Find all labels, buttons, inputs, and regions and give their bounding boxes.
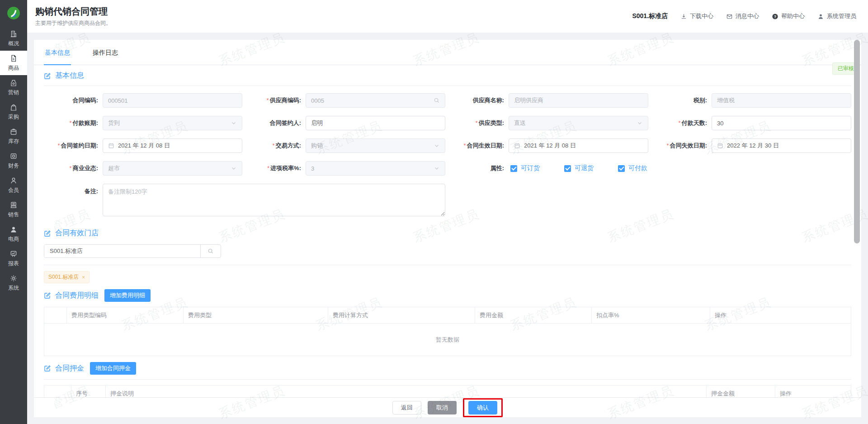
field-contract-code: 合同编码:: [44, 93, 242, 108]
checkbox-checked-icon: [510, 165, 517, 172]
main-area: 购销代销合同管理 主要用于维护供应商商品合同。 S001.标准店 下载中心 消息…: [27, 0, 868, 424]
supplier-name-input[interactable]: [509, 93, 648, 108]
sidebar-item-sales[interactable]: 销售: [0, 197, 27, 222]
sidebar-item-label: 电商: [8, 235, 19, 243]
checkbox-returnable[interactable]: 可退货: [564, 164, 594, 172]
person-solid-icon: [9, 225, 18, 233]
sidebar-item-finance[interactable]: 财务: [0, 148, 27, 173]
checkbox-payable[interactable]: 可付款: [618, 164, 647, 172]
sidebar-item-label: 会员: [8, 186, 19, 194]
cancel-button[interactable]: 取消: [428, 401, 457, 414]
sidebar-item-label: 财务: [8, 162, 19, 170]
payment-days-input[interactable]: [712, 116, 851, 130]
help-center-link[interactable]: ? 帮助中心: [772, 12, 805, 20]
contract-code-input[interactable]: [103, 93, 242, 108]
sidebar-item-label: 商品: [8, 64, 19, 72]
field-supplier-code: *供应商编码:: [247, 93, 445, 108]
fee-table: 费用类型编码 费用类型 费用计算方式 费用金额 扣点率% 操作: [44, 307, 851, 356]
fee-col-header: 费用类型编码: [67, 307, 184, 324]
confirm-highlight-box: 确认: [463, 398, 503, 417]
page-title: 购销代销合同管理: [35, 5, 111, 18]
sidebar-item-purchase[interactable]: 采购: [0, 100, 27, 124]
box-icon: [9, 128, 18, 136]
sidebar-item-label: 采购: [8, 113, 19, 121]
current-store: S001.标准店: [632, 12, 668, 20]
sign-date-picker[interactable]: 2021 年 12 月 08 日: [103, 138, 242, 153]
edit-icon: [44, 365, 51, 372]
field-payment-term: *付款账期: 货到: [44, 116, 242, 130]
page-title-block: 购销代销合同管理 主要用于维护供应商商品合同。: [35, 5, 111, 27]
store-tag: S001.标准店 ×: [44, 271, 90, 283]
section-basic-info: 基本信息 合同编码: *供应商编码:: [34, 65, 861, 223]
edit-icon: [44, 230, 51, 237]
effective-date-picker[interactable]: 2021 年 12 月 08 日: [509, 138, 648, 153]
sidebar-item-system[interactable]: 系统: [0, 271, 27, 295]
brand-logo[interactable]: [0, 0, 27, 26]
sidebar-item-marketing[interactable]: 营销: [0, 75, 27, 100]
fee-col-header: 费用金额: [475, 307, 592, 324]
attribute-checkboxes: 可订货 可退货 可付款: [509, 164, 647, 172]
search-icon[interactable]: [434, 97, 440, 104]
field-expiry-date: *合同失效日期: 2022 年 12 月 30 日: [653, 138, 851, 153]
field-supplier-name: 供应商名称:: [450, 93, 648, 108]
deposit-table-header-row: 序号 押金说明 押金金额 操作: [44, 386, 851, 398]
supply-type-select[interactable]: 直送: [509, 116, 648, 130]
sidebar-item-label: 库存: [8, 138, 19, 145]
input-tax-rate-select[interactable]: 3: [306, 161, 445, 176]
payment-term-select[interactable]: 货到: [103, 116, 242, 130]
shop-badge-icon: [9, 79, 18, 87]
presentation-icon: [9, 250, 18, 258]
field-business-format: *商业业态: 超市: [44, 161, 242, 176]
supplier-code-input[interactable]: [306, 93, 445, 108]
checkbox-checked-icon: [618, 165, 625, 172]
edit-icon: [44, 72, 51, 80]
section-basic-header: 基本信息: [44, 65, 851, 86]
tag-close-icon[interactable]: ×: [82, 274, 85, 281]
sidebar-item-label: 报表: [8, 260, 19, 267]
section-stores-header: 合同有效门店: [44, 223, 851, 239]
vertical-scrollbar[interactable]: [854, 40, 860, 243]
user-menu[interactable]: 系统管理员: [817, 12, 856, 20]
trade-mode-select[interactable]: 购销: [306, 138, 445, 153]
download-center-link[interactable]: 下载中心: [680, 12, 713, 20]
field-effective-date: *合同生效日期: 2021 年 12 月 08 日: [450, 138, 648, 153]
sidebar-item-label: 销售: [8, 211, 19, 219]
card-body: 基本信息 操作日志 已审核 基本信息 合同编码:: [34, 40, 861, 397]
shopping-bag-icon: [9, 103, 18, 111]
remark-textarea[interactable]: [103, 184, 445, 216]
sidebar-item-members[interactable]: 会员: [0, 173, 27, 197]
business-format-select[interactable]: 超市: [103, 161, 242, 176]
sidebar-item-label: 概况: [8, 40, 19, 48]
sidebar-item-reports[interactable]: 报表: [0, 246, 27, 271]
contract-card: 基本信息 操作日志 已审核 基本信息 合同编码:: [34, 40, 861, 417]
add-deposit-button[interactable]: 增加合同押金: [90, 362, 136, 375]
checkbox-orderable[interactable]: 可订货: [510, 164, 540, 172]
sidebar-item-overview[interactable]: 概况: [0, 26, 27, 51]
chevron-down-icon: [637, 120, 643, 126]
person-icon: [9, 176, 18, 185]
deposit-table: 序号 押金说明 押金金额 操作: [44, 385, 851, 397]
calendar-icon: [717, 143, 723, 149]
sidebar-item-goods[interactable]: 商品: [0, 51, 27, 75]
coin-panel-icon: [9, 152, 18, 160]
tab-operation-log[interactable]: 操作日志: [92, 49, 119, 65]
back-button[interactable]: 返回: [392, 401, 421, 414]
sidebar-item-ecommerce[interactable]: 电商: [0, 222, 27, 246]
confirm-button[interactable]: 确认: [468, 401, 497, 414]
field-contract-signer: 合同签约人:: [247, 116, 445, 130]
field-supply-type: *供应类型: 直送: [450, 116, 648, 130]
message-center-link[interactable]: 消息中心: [726, 12, 759, 20]
field-trade-mode: *交易方式: 购销: [247, 138, 445, 153]
sidebar-item-inventory[interactable]: 库存: [0, 124, 27, 148]
tax-type-input[interactable]: [712, 93, 851, 108]
section-deposit: 合同押金 增加合同押金 序号 押金说明 押金金额: [34, 356, 861, 397]
contract-signer-input[interactable]: [306, 116, 445, 130]
field-tax-type: 税别:: [653, 93, 851, 108]
tab-basic-info[interactable]: 基本信息: [44, 49, 71, 65]
search-icon[interactable]: [200, 245, 221, 257]
store-search-input[interactable]: [44, 245, 200, 257]
chevron-down-icon: [231, 120, 237, 126]
sidebar-item-label: 系统: [8, 284, 19, 292]
add-fee-detail-button[interactable]: 增加费用明细: [104, 289, 151, 302]
expiry-date-picker[interactable]: 2022 年 12 月 30 日: [712, 138, 851, 153]
